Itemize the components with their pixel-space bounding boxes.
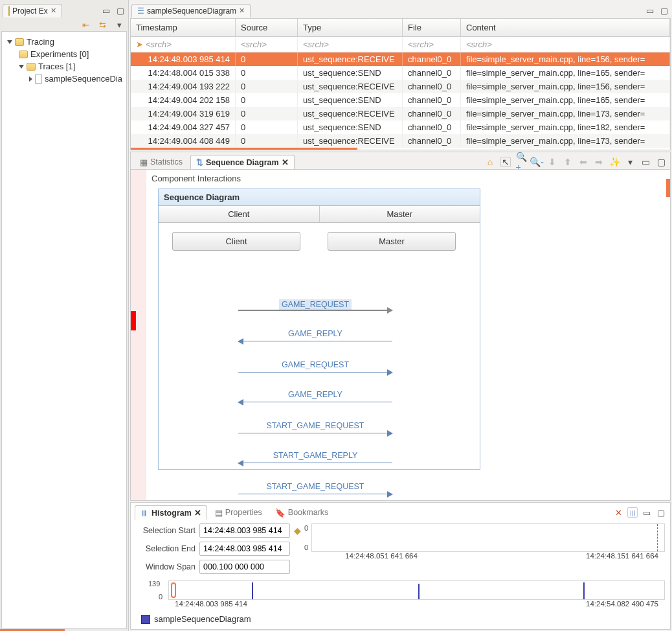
- nav-left-icon[interactable]: ⬅: [578, 157, 588, 167]
- arrow-line: [238, 463, 392, 463]
- table-row[interactable]: 14:24:49.004 408 4490ust_sequence:RECEIV…: [131, 134, 670, 148]
- folder-icon: [8, 6, 10, 16]
- maximize-icon[interactable]: ▢: [656, 157, 666, 167]
- zoom-out-icon[interactable]: 🔍-: [532, 157, 542, 167]
- project-explorer-tab[interactable]: Project Ex ✕: [3, 4, 62, 17]
- histogram-window-chart[interactable]: 0 0: [311, 523, 665, 552]
- tab-label: Properties: [225, 508, 262, 517]
- col-content[interactable]: Content: [461, 19, 670, 36]
- col-timestamp[interactable]: Timestamp: [131, 19, 236, 36]
- window-span-input[interactable]: [199, 560, 290, 574]
- tab-properties[interactable]: ▤ Properties: [210, 506, 267, 520]
- event-table-filter-row[interactable]: ➤ <srch> <srch> <srch> <srch> <srch>: [131, 37, 670, 52]
- table-row[interactable]: 14:24:48.003 985 4140ust_sequence:RECEIV…: [131, 52, 670, 66]
- tab-histogram[interactable]: ⫼ Histogram ✕: [135, 505, 207, 520]
- minimize-icon[interactable]: ▭: [101, 5, 111, 16]
- lane-header-client[interactable]: Client: [159, 206, 320, 222]
- message-arrow[interactable]: GAME_REPLY: [238, 390, 392, 402]
- expand-icon[interactable]: [19, 65, 24, 69]
- maximize-icon[interactable]: ▢: [656, 507, 666, 518]
- message-arrow[interactable]: START_GAME_REQUEST: [238, 421, 392, 433]
- filter-source[interactable]: <srch>: [236, 37, 298, 52]
- cell-file: channel0_0: [403, 93, 461, 107]
- zoom-in-icon[interactable]: 🔍+: [516, 157, 526, 167]
- view-menu-icon[interactable]: ▾: [114, 19, 124, 30]
- expand-icon[interactable]: [7, 40, 12, 44]
- project-tree[interactable]: Tracing Experiments [0] Traces [1] sampl…: [1, 31, 127, 629]
- instance-master[interactable]: Master: [328, 232, 456, 251]
- maximize-icon[interactable]: ▢: [659, 5, 669, 16]
- lane-header-master[interactable]: Master: [320, 206, 480, 222]
- diagram-overview-bar: [664, 170, 670, 500]
- folder-icon: [15, 38, 24, 46]
- tab-label: Bookmarks: [288, 508, 329, 517]
- close-icon[interactable]: ✕: [50, 6, 56, 15]
- col-type[interactable]: Type: [298, 19, 403, 36]
- collapse-all-icon[interactable]: ⇤: [80, 19, 91, 30]
- view-menu-icon[interactable]: ▾: [625, 157, 635, 167]
- nav-down-icon[interactable]: ⬇: [547, 157, 557, 167]
- histogram-pane: ⫼ Histogram ✕ ▤ Properties 🔖 Bookmarks ✕…: [130, 502, 671, 630]
- selection-start-input[interactable]: [199, 523, 290, 538]
- filter-content[interactable]: <srch>: [461, 37, 670, 52]
- histogram-full-chart[interactable]: 139 0: [168, 580, 665, 600]
- selection-end-input[interactable]: [199, 542, 290, 556]
- minimize-icon[interactable]: ▭: [642, 507, 652, 518]
- close-icon[interactable]: ✕: [194, 508, 201, 518]
- expand-icon[interactable]: [29, 76, 32, 82]
- tab-bookmarks[interactable]: 🔖 Bookmarks: [270, 506, 334, 520]
- tree-node-tracing[interactable]: Tracing: [5, 36, 124, 48]
- cell-type: ust_sequence:SEND: [298, 66, 403, 80]
- cell-file: channel0_0: [403, 52, 461, 66]
- minimize-icon[interactable]: ▭: [640, 157, 651, 167]
- cell-ts: 14:24:49.004 408 449: [131, 134, 236, 148]
- table-row[interactable]: 14:24:49.004 193 2220ust_sequence:RECEIV…: [131, 80, 670, 93]
- col-file[interactable]: File: [403, 19, 461, 36]
- message-arrow[interactable]: START_GAME_REPLY: [238, 451, 392, 463]
- cell-type: ust_sequence:SEND: [298, 93, 403, 107]
- cell-file: channel0_0: [403, 66, 461, 80]
- col-source[interactable]: Source: [236, 19, 298, 36]
- bookmark-diamond-icon[interactable]: ◆: [294, 525, 301, 536]
- filter-icon[interactable]: ✨: [609, 157, 620, 167]
- nav-up-icon[interactable]: ⬆: [563, 157, 573, 167]
- filter-file[interactable]: <srch>: [403, 37, 461, 52]
- message-arrow[interactable]: START_GAME_REQUEST: [238, 482, 392, 494]
- close-icon[interactable]: ✕: [282, 157, 289, 167]
- hide-lost-icon[interactable]: ✕: [613, 507, 623, 518]
- window-range-marker[interactable]: [171, 582, 176, 598]
- search-icon[interactable]: ➤: [136, 40, 143, 49]
- table-row[interactable]: 14:24:49.004 319 6190ust_sequence:RECEIV…: [131, 107, 670, 120]
- pointer-icon[interactable]: ↖: [500, 157, 511, 167]
- message-arrow[interactable]: GAME_REQUEST: [238, 299, 392, 311]
- tab-sequence-diagram[interactable]: ⇅ Sequence Diagram ✕: [190, 155, 295, 169]
- sequence-diagram-pane: ▦ Statistics ⇅ Sequence Diagram ✕ ⌂ ↖ 🔍+…: [130, 152, 671, 501]
- table-row[interactable]: 14:24:49.004 202 1580ust_sequence:SENDch…: [131, 93, 670, 107]
- minimize-icon[interactable]: ▭: [645, 5, 655, 16]
- table-row[interactable]: 14:24:49.004 327 4570ust_sequence:SENDch…: [131, 120, 670, 134]
- link-editor-icon[interactable]: ⇆: [97, 19, 107, 30]
- filter-placeholder[interactable]: <srch>: [146, 40, 172, 49]
- event-editor-tab[interactable]: ☰ sampleSequenceDiagram ✕: [131, 4, 251, 17]
- tree-node-sample-trace[interactable]: sampleSequenceDia: [5, 73, 124, 85]
- instance-client[interactable]: Client: [172, 232, 300, 251]
- cell-ts: 14:24:48.004 015 338: [131, 66, 236, 80]
- tree-node-experiments[interactable]: Experiments [0]: [5, 48, 124, 60]
- sequence-diagram: Sequence Diagram Client Master Client M: [158, 189, 480, 470]
- tree-label: Tracing: [27, 37, 54, 47]
- cursor-line: [657, 524, 658, 551]
- message-label: GAME_REQUEST: [238, 360, 392, 372]
- maximize-icon[interactable]: ▢: [115, 5, 126, 16]
- legend-swatch: [141, 615, 150, 624]
- table-row[interactable]: 14:24:48.004 015 3380ust_sequence:SENDch…: [131, 66, 670, 80]
- message-arrow[interactable]: GAME_REPLY: [238, 329, 392, 341]
- home-icon[interactable]: ⌂: [485, 157, 495, 167]
- filter-type[interactable]: <srch>: [298, 37, 403, 52]
- tab-statistics[interactable]: ▦ Statistics: [135, 155, 188, 169]
- window-span-label: Window Span: [136, 562, 196, 571]
- nav-right-icon[interactable]: ➡: [594, 157, 604, 167]
- tree-node-traces[interactable]: Traces [1]: [5, 60, 124, 73]
- activate-trace-icon[interactable]: ⫼: [627, 507, 638, 518]
- close-icon[interactable]: ✕: [239, 6, 245, 15]
- message-arrow[interactable]: GAME_REQUEST: [238, 360, 392, 373]
